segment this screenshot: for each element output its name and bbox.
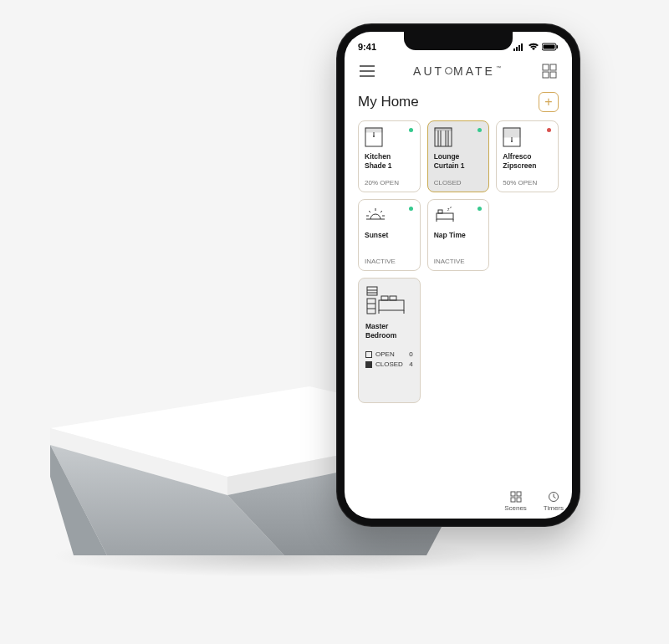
svg-rect-19	[550, 72, 556, 78]
svg-rect-31	[503, 128, 520, 137]
page-title: My Home	[358, 94, 419, 110]
svg-point-23	[373, 135, 375, 137]
shade-icon	[503, 127, 552, 149]
svg-rect-11	[544, 45, 555, 49]
svg-rect-58	[517, 492, 521, 496]
tile-name: Kitchen Shade 1	[365, 152, 414, 170]
nav-scenes[interactable]: Scenes	[504, 491, 527, 512]
svg-rect-53	[381, 296, 388, 300]
svg-line-36	[369, 211, 370, 212]
svg-line-37	[380, 211, 382, 212]
wifi-icon	[528, 43, 539, 51]
room-tile-master-bedroom[interactable]: Master Bedroom OPEN 0 CLOSED 4	[358, 278, 421, 403]
closed-count: 4	[409, 360, 412, 368]
tile-status: 20% OPEN	[365, 179, 414, 187]
closed-label: CLOSED	[375, 360, 403, 368]
tile-name: Sunset	[365, 231, 414, 240]
device-tile-alfresco-zipscreen[interactable]: Alfresco Zipscreen 50% OPEN	[496, 120, 559, 192]
svg-rect-54	[390, 296, 396, 300]
svg-rect-46	[367, 287, 377, 295]
svg-rect-8	[518, 45, 520, 51]
phone-screen: 9:41 AUT MATE ™ My Home	[345, 32, 572, 519]
svg-rect-60	[517, 498, 521, 502]
svg-text:z: z	[450, 206, 452, 209]
svg-point-33	[511, 141, 513, 142]
room-name: Master Bedroom	[365, 322, 413, 340]
tile-name: Lounge Curtain 1	[434, 152, 483, 170]
svg-rect-57	[511, 492, 515, 496]
phone-frame: 9:41 AUT MATE ™ My Home	[336, 23, 580, 527]
tile-status: INACTIVE	[365, 258, 414, 265]
status-time: 9:41	[358, 42, 376, 52]
brand-logo: AUT MATE ™	[413, 64, 503, 78]
phone-notch	[404, 32, 513, 50]
sunset-icon	[365, 206, 414, 227]
grid-view-button[interactable]	[540, 62, 559, 80]
status-dot	[547, 128, 551, 132]
tile-name: Nap Time	[434, 231, 483, 240]
status-dot	[409, 207, 413, 211]
scene-tile-sunset[interactable]: Sunset INACTIVE	[358, 199, 421, 271]
open-label: OPEN	[375, 350, 395, 358]
svg-rect-25	[435, 128, 452, 130]
grid-icon	[542, 64, 557, 79]
tile-name: Alfresco Zipscreen	[503, 152, 552, 170]
svg-rect-16	[543, 64, 549, 70]
tile-status: CLOSED	[434, 179, 483, 187]
svg-rect-17	[550, 64, 556, 70]
hub-shadow	[50, 535, 485, 577]
scene-tile-nap-time[interactable]: zz Nap Time INACTIVE	[427, 199, 490, 271]
device-grid: Kitchen Shade 1 20% OPEN Lounge Curtain …	[358, 120, 559, 271]
device-tile-lounge-curtain[interactable]: Lounge Curtain 1 CLOSED	[427, 120, 490, 192]
svg-rect-18	[543, 72, 549, 78]
brand-tm: ™	[496, 65, 503, 70]
open-count: 0	[409, 350, 412, 358]
svg-rect-52	[379, 300, 404, 310]
add-button[interactable]: +	[539, 92, 559, 112]
svg-rect-21	[365, 128, 382, 132]
svg-rect-59	[511, 498, 515, 502]
hamburger-icon	[360, 65, 375, 77]
app-bar: AUT MATE ™	[345, 57, 572, 89]
svg-marker-5	[50, 445, 107, 555]
svg-rect-12	[557, 45, 559, 49]
scenes-icon	[510, 491, 522, 503]
nap-icon: zz	[434, 206, 483, 227]
curtain-icon	[434, 127, 483, 149]
brand-text-pre: AUT	[413, 64, 444, 78]
menu-button[interactable]	[358, 62, 376, 80]
nav-scenes-label: Scenes	[504, 504, 527, 512]
svg-rect-9	[521, 43, 523, 51]
battery-icon	[542, 43, 559, 51]
svg-rect-6	[513, 49, 515, 51]
svg-rect-40	[437, 213, 453, 219]
signal-icon	[513, 43, 525, 51]
plus-icon: +	[544, 95, 552, 110]
shade-icon	[365, 127, 414, 149]
room-closed-row: CLOSED 4	[365, 360, 413, 368]
svg-rect-41	[438, 210, 442, 213]
nav-timers-label: Timers	[544, 504, 564, 512]
brand-o-icon	[445, 67, 452, 74]
bedroom-icon	[365, 285, 413, 317]
timers-icon	[548, 491, 559, 503]
svg-rect-49	[367, 299, 375, 314]
tile-status: INACTIVE	[434, 258, 483, 265]
svg-line-63	[554, 497, 556, 498]
svg-marker-1	[50, 428, 227, 495]
svg-marker-3	[50, 445, 284, 555]
tile-status: 50% OPEN	[503, 179, 552, 187]
nav-timers[interactable]: Timers	[544, 491, 564, 512]
brand-text-post: MATE	[453, 64, 495, 78]
room-open-row: OPEN 0	[365, 350, 413, 358]
status-dot	[409, 128, 413, 132]
device-tile-kitchen-shade[interactable]: Kitchen Shade 1 20% OPEN	[358, 120, 421, 192]
svg-rect-7	[516, 47, 518, 51]
bottom-nav: Scenes Timers	[504, 491, 564, 512]
status-icons	[513, 43, 559, 51]
